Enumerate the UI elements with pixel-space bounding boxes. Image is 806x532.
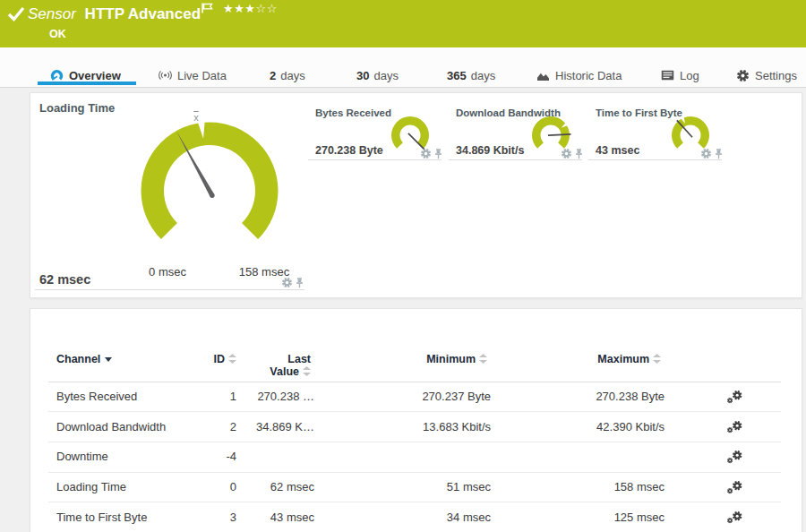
tab-2-days-number: 2 [270,69,276,82]
tab-settings[interactable]: Settings [736,67,797,83]
cell-minimum [314,442,491,472]
sensor-title: Sensor HTTP Advanced [28,3,201,26]
column-header-last-value[interactable]: Last Value [236,309,314,382]
gauge-actions [700,148,723,159]
gauge-actions [281,277,304,288]
gauge-value: 43 msec [596,144,639,157]
tab-log[interactable]: Log [661,67,699,83]
channel-settings-gears-icon[interactable] [726,511,742,525]
tab-30-days-label: days [373,69,398,82]
tab-historic-data[interactable]: Historic Data [536,67,622,83]
live-data-icon [159,69,172,82]
cell-channel: Time to First Byte [48,502,207,532]
gauge-block-loading-time: Loading Time x 0 msec 158 msec 62 msec [35,93,304,290]
cell-last-value: 62 msec [236,472,314,502]
cell-id: 1 [207,382,236,412]
cell-settings [665,412,781,442]
column-header-id[interactable]: ID [207,309,236,382]
tab-365-days[interactable]: 365 days [447,67,495,83]
cell-settings [665,472,781,502]
cell-maximum [491,442,665,472]
cell-minimum: 13.683 Kbit/s [314,412,491,442]
gauge-value: 34.869 Kbit/s [456,144,524,157]
cell-id: 0 [207,472,236,502]
priority-stars[interactable]: ★★★☆☆ [223,2,278,15]
gauge-pin-icon[interactable] [575,149,583,159]
cell-id: 3 [207,502,236,532]
star-empty-icon[interactable]: ☆ [255,2,266,15]
gauges-panel: Loading Time x 0 msec 158 msec 62 msec B… [30,92,802,298]
gauge-settings-gear-icon[interactable] [700,148,712,159]
tab-2-days-label: days [280,69,304,82]
cell-last-value: 34.869 K… [236,412,314,442]
loading-time-gauge [124,122,295,261]
cell-settings [665,382,781,412]
cell-minimum: 34 msec [314,502,491,532]
sort-icon [228,354,236,366]
tab-historic-data-label: Historic Data [555,69,622,82]
cell-minimum: 51 msec [314,472,491,502]
gauge-settings-gear-icon[interactable] [420,148,432,159]
sort-icon [303,366,311,379]
cell-id: -4 [207,442,236,472]
tab-365-days-number: 365 [447,69,467,82]
cell-channel: Downtime [48,442,207,472]
channel-row[interactable]: Download Bandwidth234.869 K…13.683 Kbit/… [48,412,781,442]
channel-row[interactable]: Time to First Byte343 msec34 msec125 mse… [48,502,781,532]
tab-2-days[interactable]: 2 days [270,67,305,83]
gauge-settings-gear-icon[interactable] [281,277,293,288]
log-icon [661,70,674,81]
cell-channel: Download Bandwidth [48,412,207,442]
gauge-block-time-to-first-byte: Time to First Byte 43 msec [588,93,722,160]
average-marker-label: x [187,112,205,123]
column-header-channel[interactable]: Channel [48,309,207,382]
channel-settings-gears-icon[interactable] [726,480,742,494]
cell-last-value [236,442,314,472]
tab-30-days-number: 30 [356,69,369,82]
tab-log-label: Log [680,69,699,82]
channel-row[interactable]: Loading Time062 msec51 msec158 msec [48,472,781,502]
column-header-maximum[interactable]: Maximum [491,309,665,382]
column-header-settings [665,309,781,382]
cell-maximum: 158 msec [491,472,665,502]
cell-channel: Loading Time [48,472,207,502]
gauge-pin-icon[interactable] [434,149,442,159]
gauge-settings-gear-icon[interactable] [561,148,572,159]
gauge-scale-min: 0 msec [132,265,203,279]
gauge-block-download-bandwidth: Download Bandwidth 34.869 Kbit/s [449,93,582,160]
tab-live-data[interactable]: Live Data [159,67,227,83]
gauge-pin-icon[interactable] [296,278,304,288]
gauge-actions [561,148,583,159]
tab-30-days[interactable]: 30 days [356,67,399,83]
channel-settings-gears-icon[interactable] [726,390,742,404]
tab-365-days-label: days [471,69,495,82]
channel-row[interactable]: Downtime-4 [48,442,781,472]
gauge-block-bytes-received: Bytes Received 270.238 Byte [308,93,442,160]
sensor-overview-page: Sensor HTTP Advanced ★★★☆☆ OK Overview [0,0,806,532]
cell-last-value: 270.238 … [236,382,314,412]
channel-settings-gears-icon[interactable] [726,420,742,434]
gauge-value: 62 msec [39,272,90,287]
star-filled-icon[interactable]: ★ [244,2,255,15]
sensor-header: Sensor HTTP Advanced ★★★☆☆ OK [0,0,806,47]
tab-overview-label: Overview [69,69,121,82]
gauge-title: Loading Time [39,101,115,115]
tab-bar: Overview Live Data 2 days 30 days 365 [0,47,806,88]
star-empty-icon[interactable]: ☆ [267,2,278,15]
table-header-row: Channel ID Last Value Minimum Maximum [48,309,781,382]
channel-settings-gears-icon[interactable] [726,450,742,464]
gauge-pin-icon[interactable] [715,149,723,159]
column-header-minimum[interactable]: Minimum [314,309,491,382]
gauge-title: Bytes Received [315,107,391,118]
star-filled-icon[interactable]: ★ [234,2,244,15]
tab-live-data-label: Live Data [177,69,227,82]
gauge-actions [420,148,442,159]
channels-panel: Channel ID Last Value Minimum Maximum [30,308,802,532]
star-filled-icon[interactable]: ★ [223,2,234,15]
sensor-type-label: Sensor [28,5,76,22]
channel-row[interactable]: Bytes Received1270.238 …270.237 Byte270.… [48,382,781,412]
favorite-flag-icon[interactable] [202,3,213,13]
cell-id: 2 [207,412,236,442]
sensor-status: OK [49,28,66,40]
cell-last-value: 43 msec [236,502,314,532]
